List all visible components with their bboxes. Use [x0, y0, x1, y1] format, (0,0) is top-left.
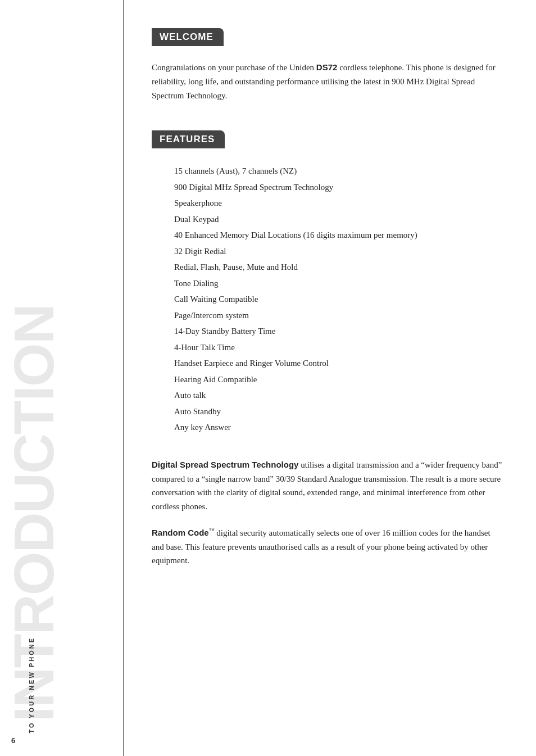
welcome-section: WELCOME Congratulations on your purchase…	[152, 28, 502, 102]
features-list: 15 channels (Aust), 7 channels (NZ)900 D…	[174, 163, 502, 436]
page-number: 6	[11, 736, 15, 745]
description-section: Digital Spread Spectrum Technology utili…	[152, 458, 502, 568]
feature-item: Page/Intercom system	[174, 307, 502, 324]
description-paragraph: Digital Spread Spectrum Technology utili…	[152, 458, 502, 514]
feature-item: Auto talk	[174, 387, 502, 404]
welcome-header-text: WELCOME	[160, 31, 214, 42]
welcome-body-prefix: Congratulations on your purchase of the …	[152, 63, 316, 72]
trademark-symbol: ™	[209, 527, 215, 533]
feature-item: 900 Digital MHz Spread Spectrum Technolo…	[174, 179, 502, 196]
feature-item: 15 channels (Aust), 7 channels (NZ)	[174, 163, 502, 179]
feature-item: Call Waiting Compatible	[174, 291, 502, 307]
features-header-text: FEATURES	[160, 134, 215, 144]
feature-item: Redial, Flash, Pause, Mute and Hold	[174, 259, 502, 275]
feature-item: Speakerphone	[174, 195, 502, 211]
welcome-header-box: WELCOME	[152, 28, 224, 46]
features-section: FEATURES 15 channels (Aust), 7 channels …	[152, 130, 502, 436]
feature-item: Auto Standby	[174, 404, 502, 420]
feature-item: 40 Enhanced Memory Dial Locations (16 di…	[174, 227, 502, 243]
feature-item: Tone Dialing	[174, 275, 502, 292]
description-bold-term: Random Code	[152, 528, 209, 537]
sidebar-label: TO YOUR NEW PHONE	[28, 637, 35, 734]
description-bold-term: Digital Spread Spectrum Technology	[152, 460, 298, 469]
description-paragraph: Random Code™ digital security automatica…	[152, 526, 502, 568]
main-content: WELCOME Congratulations on your purchase…	[124, 0, 536, 756]
feature-item: Handset Earpiece and Ringer Volume Contr…	[174, 355, 502, 372]
welcome-product-name: DS72	[316, 62, 338, 72]
feature-item: 32 Digit Redial	[174, 243, 502, 260]
welcome-body: Congratulations on your purchase of the …	[152, 61, 502, 102]
features-header-box: FEATURES	[152, 130, 225, 148]
page-container: INTRODUCTION TO YOUR NEW PHONE 6 WELCOME…	[0, 0, 536, 756]
feature-item: 14-Day Standby Battery Time	[174, 323, 502, 339]
left-sidebar: INTRODUCTION TO YOUR NEW PHONE 6	[0, 0, 124, 756]
feature-item: Dual Keypad	[174, 211, 502, 228]
feature-item: 4-Hour Talk Time	[174, 339, 502, 356]
feature-item: Hearing Aid Compatible	[174, 372, 502, 388]
feature-item: Any key Answer	[174, 419, 502, 436]
